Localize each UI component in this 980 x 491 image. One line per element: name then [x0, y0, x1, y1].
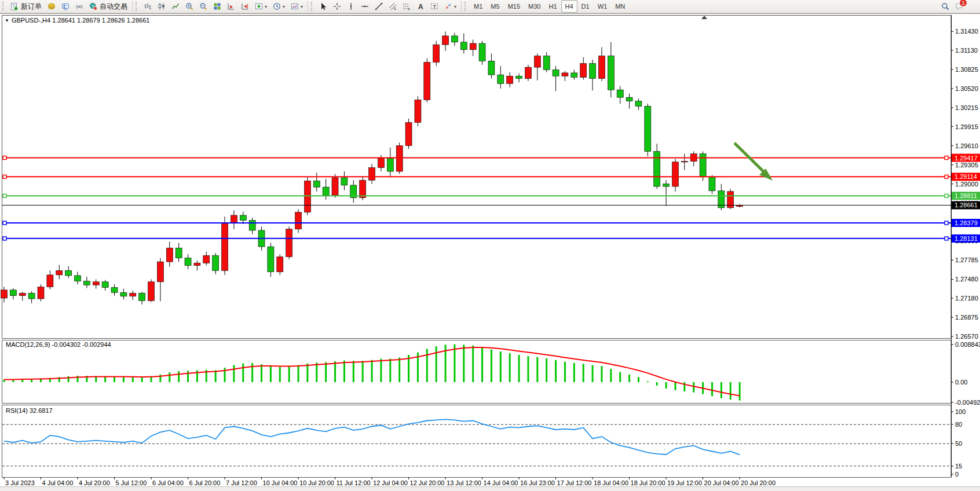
candle — [295, 212, 302, 229]
candle — [139, 293, 145, 301]
timeframe-mn-button[interactable]: MN — [611, 0, 629, 13]
toolbar-grip[interactable] — [465, 2, 469, 11]
price-tick-label: 1.26570 — [955, 333, 978, 340]
fibonacci-tool-button[interactable]: F — [400, 0, 414, 13]
svg-text:A: A — [418, 3, 423, 11]
search-button[interactable] — [938, 0, 952, 13]
channel-tool-button[interactable]: E — [386, 0, 400, 13]
new-order-button[interactable]: 新订单 — [8, 0, 45, 13]
candle — [93, 282, 99, 285]
dropdown-caret-icon[interactable]: ▾ — [301, 4, 303, 9]
tile-windows-button[interactable] — [210, 0, 224, 13]
periods-button[interactable]: ▾ — [270, 0, 288, 13]
arrows-icon — [444, 2, 452, 10]
dropdown-caret-icon[interactable]: ▾ — [454, 4, 456, 9]
toolbar-grip[interactable] — [311, 2, 315, 11]
new-order-icon — [10, 2, 19, 10]
time-tick-label: 10 Jul 04:00 — [263, 479, 298, 486]
vertical-line-tool-button[interactable] — [344, 0, 358, 13]
dropdown-caret-icon[interactable]: ▾ — [265, 4, 267, 9]
price-tick-label: 1.27480 — [955, 276, 978, 283]
rsi-tick-label: 15 — [955, 463, 962, 470]
candle — [148, 282, 155, 301]
candle — [608, 56, 614, 90]
level-badge-1.28379-label: 1.28379 — [955, 219, 978, 226]
candle — [240, 215, 246, 221]
chart-window[interactable]: 1.314301.311301.308251.305201.302151.299… — [0, 13, 980, 487]
crosshair-icon — [333, 2, 341, 10]
line-handle[interactable] — [945, 221, 948, 225]
timeframe-w1-button[interactable]: W1 — [594, 0, 612, 13]
timeframe-m30-button[interactable]: M30 — [524, 0, 544, 13]
horizontal-line-tool-button[interactable] — [358, 0, 372, 13]
mql5-chat-button[interactable]: 1 — [952, 0, 974, 13]
dropdown-caret-icon[interactable]: ▾ — [283, 4, 285, 9]
trend-line-tool-button[interactable] — [372, 0, 386, 13]
line-handle[interactable] — [3, 194, 6, 197]
timeframe-m1-button[interactable]: M1 — [470, 0, 487, 13]
candle — [286, 229, 292, 257]
candle — [626, 97, 632, 101]
zoom-out-button[interactable] — [196, 0, 210, 13]
text-icon: A — [416, 2, 425, 10]
chart-shift-button[interactable] — [238, 0, 252, 13]
candle — [194, 263, 200, 265]
candle — [56, 270, 63, 275]
line-chart-mode-button[interactable] — [169, 0, 182, 13]
crosshair-tool-button[interactable] — [330, 0, 344, 13]
chart-canvas[interactable]: 1.314301.311301.308251.305201.302151.299… — [0, 14, 980, 487]
timeframe-m15-button[interactable]: M15 — [504, 0, 524, 13]
indicators-button[interactable]: ▾ — [252, 0, 270, 13]
chart-menu-icon[interactable]: ▼ — [5, 18, 9, 23]
level-badge-1.29114-label: 1.29114 — [955, 173, 977, 180]
zoom-in-button[interactable] — [182, 0, 196, 13]
text-tool-button[interactable]: A — [414, 0, 427, 13]
price-tick-label: 1.29000 — [955, 181, 978, 188]
candle — [130, 293, 136, 296]
candle — [424, 62, 430, 100]
time-tick-label: 7 Jul 12:00 — [226, 479, 257, 486]
auto-scroll-button[interactable] — [224, 0, 238, 13]
price-tick-label: 1.29915 — [955, 123, 978, 130]
candle — [443, 36, 449, 45]
candle — [175, 248, 182, 258]
line-chart-icon — [171, 2, 180, 10]
history-button[interactable] — [45, 0, 58, 13]
timeframe-d1-button[interactable]: D1 — [577, 0, 594, 13]
candlestick-mode-button[interactable] — [155, 0, 169, 13]
chart-title-bar[interactable]: ▼GBPUSD-,H4 1.28641 1.28679 1.28626 1.28… — [5, 17, 149, 24]
candle — [249, 221, 255, 230]
arrows-tool-button[interactable]: ▾ — [441, 0, 459, 13]
zoom-in-icon — [185, 2, 193, 10]
auto-trading-button[interactable]: 自动交易 — [86, 0, 130, 13]
line-handle[interactable] — [945, 237, 948, 240]
strategy-tester-button[interactable] — [58, 0, 72, 13]
macd-panel[interactable] — [2, 340, 952, 404]
cursor-tool-button[interactable] — [316, 0, 330, 13]
line-handle[interactable] — [3, 175, 6, 178]
candle — [28, 293, 35, 299]
toolbar-grip[interactable] — [136, 2, 140, 11]
macd-tick-label: 0.008843 — [955, 341, 980, 348]
templates-button[interactable]: ▾ — [288, 0, 306, 13]
timeframe-m5-button[interactable]: M5 — [487, 0, 503, 13]
timeframe-h1-button[interactable]: H1 — [544, 0, 561, 13]
line-handle[interactable] — [3, 156, 6, 160]
line-handle[interactable] — [945, 194, 948, 197]
time-tick-label: 19 Jul 12:00 — [667, 479, 702, 486]
text-label-tool-button[interactable]: T — [427, 0, 441, 13]
signals-button[interactable] — [72, 0, 86, 13]
equidistant-channel-icon: E — [389, 2, 397, 10]
candle — [341, 178, 348, 185]
line-handle[interactable] — [3, 221, 6, 225]
bar-chart-mode-button[interactable] — [141, 0, 155, 13]
line-handle[interactable] — [3, 237, 6, 240]
line-handle[interactable] — [945, 156, 948, 160]
svg-text:T: T — [433, 4, 437, 10]
candle — [663, 184, 670, 186]
candle — [553, 69, 559, 76]
timeframe-h4-button[interactable]: H4 — [561, 0, 577, 13]
level-badge-1.29417-label: 1.29417 — [955, 155, 978, 162]
toolbar-grip[interactable] — [2, 2, 6, 11]
line-handle[interactable] — [945, 175, 948, 178]
